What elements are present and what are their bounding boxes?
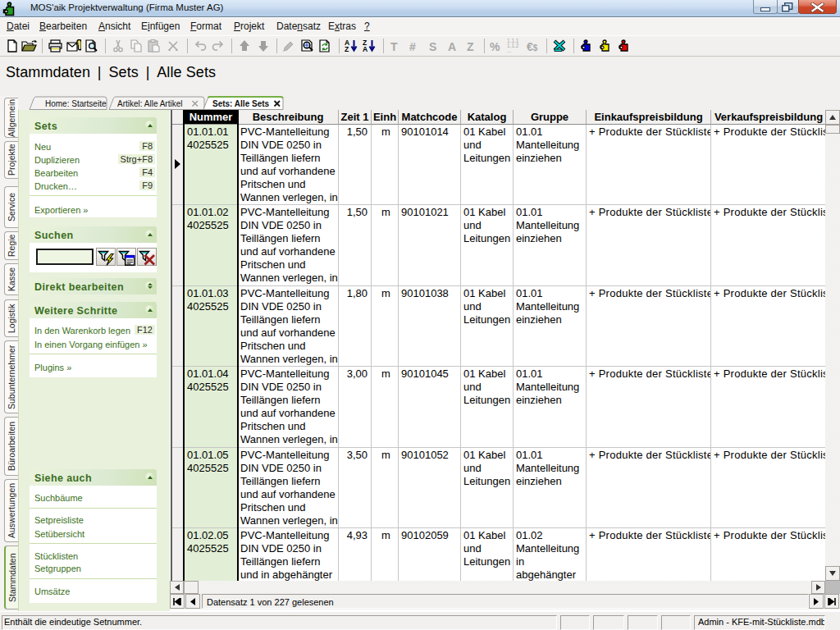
svg-text:Home: Startseite: Home: Startseite bbox=[45, 99, 107, 108]
svg-text:A: A bbox=[363, 45, 368, 52]
svg-text:Z: Z bbox=[345, 45, 349, 52]
svg-text:Sets: Alle Sets: Sets: Alle Sets bbox=[212, 99, 270, 108]
svg-text:Artikel: Alle Artikel: Artikel: Alle Artikel bbox=[117, 99, 182, 108]
